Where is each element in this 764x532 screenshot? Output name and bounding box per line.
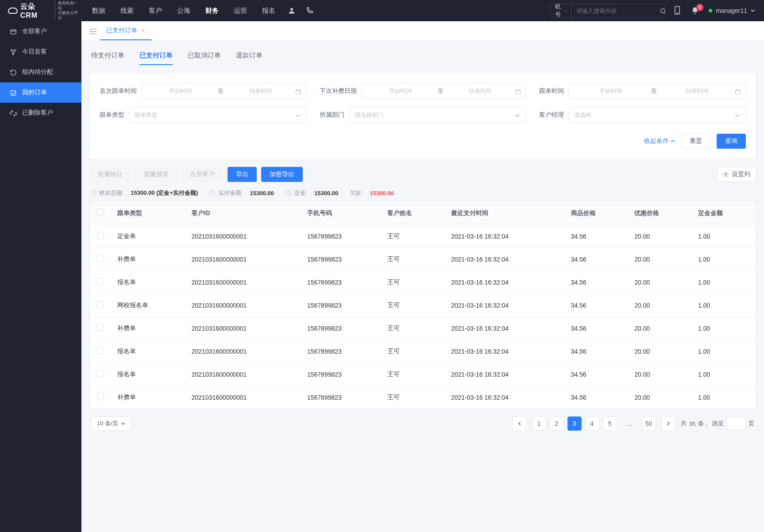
table-row[interactable]: 报名单20210316000000011567899823王可2021-03-1… xyxy=(90,271,756,294)
topnav-item[interactable]: 客户 xyxy=(147,1,164,21)
row-checkbox[interactable] xyxy=(97,255,104,262)
next-page-button[interactable] xyxy=(661,416,675,431)
user-menu[interactable]: manager11 xyxy=(709,7,755,14)
select-input[interactable]: 跟单类型 xyxy=(129,107,306,123)
last-page-button[interactable]: 50 xyxy=(642,416,656,431)
topnav-item[interactable]: 数据 xyxy=(90,1,107,21)
table-row[interactable]: 定金单20210316000000011567899823王可2021-03-1… xyxy=(90,225,756,248)
calendar-icon xyxy=(515,88,521,95)
row-checkbox[interactable] xyxy=(97,232,104,239)
table-row[interactable]: 补费单20210316000000011567899823王可2021-03-1… xyxy=(90,386,756,409)
row-checkbox[interactable] xyxy=(97,370,104,377)
page-tab[interactable]: 已支付订单✕ xyxy=(100,22,151,40)
query-button[interactable]: 查询 xyxy=(717,134,746,149)
row-checkbox[interactable] xyxy=(97,347,104,354)
logo[interactable]: 云朵CRM 教育机构一站 式服务云平台 xyxy=(0,1,81,20)
row-checkbox[interactable] xyxy=(97,393,104,400)
sidebar-item[interactable]: 全部客户 xyxy=(0,21,81,42)
sub-tab[interactable]: 退款订单 xyxy=(236,51,262,65)
row-checkbox[interactable] xyxy=(97,278,104,285)
cell-deposit: 1.00 xyxy=(692,317,756,340)
encrypt-export-button[interactable]: 加密导出 xyxy=(261,167,303,182)
summary-label: 欠款: xyxy=(350,189,363,197)
row-checkbox[interactable] xyxy=(97,324,104,331)
sub-tab[interactable]: 已取消订单 xyxy=(188,51,221,65)
merge-customer-button[interactable]: 合并客户 xyxy=(181,167,223,182)
sub-tab[interactable]: 待支付订单 xyxy=(91,51,124,65)
reset-button[interactable]: 重置 xyxy=(681,134,710,149)
topnav-item[interactable]: 线索 xyxy=(119,1,135,21)
chevron-left-icon xyxy=(517,421,522,426)
topnav-item[interactable]: 运营 xyxy=(232,1,249,21)
table-row[interactable]: 补费单20210316000000011567899823王可2021-03-1… xyxy=(90,248,756,271)
sidebar-item[interactable]: 已删除客户 xyxy=(0,103,81,123)
page-number-button[interactable]: 3 xyxy=(567,416,582,431)
cell-name: 王可 xyxy=(381,363,445,386)
top-icons xyxy=(288,7,313,15)
cell-price: 34.56 xyxy=(565,248,629,271)
search-input[interactable] xyxy=(572,8,655,14)
table-row[interactable]: 报名单20210316000000011567899823王可2021-03-1… xyxy=(90,340,756,363)
cell-phone: 1567899823 xyxy=(301,386,381,409)
filter-label: 所属部门 xyxy=(320,111,344,119)
sidebar-icon xyxy=(10,68,17,76)
search-icon[interactable] xyxy=(655,7,665,14)
select-input[interactable]: 请选择 xyxy=(568,107,746,123)
collapse-filters-link[interactable]: 收起条件 xyxy=(644,137,675,145)
date-range-input[interactable]: 开始时间至结束时间 xyxy=(568,83,746,99)
help-icon[interactable]: ? xyxy=(286,190,292,196)
top-nav: 数据线索客户公海财务运营报名 xyxy=(90,1,277,21)
column-settings-button[interactable]: 设置列 xyxy=(717,167,756,182)
batch-abandon-button[interactable]: 批量放弃 xyxy=(135,167,177,182)
content: 待支付订单已支付订单已取消订单退款订单 首次跟单时间开始时间至结束时间下次补费日… xyxy=(81,41,764,443)
table-row[interactable]: 补费单20210316000000011567899823王可2021-03-1… xyxy=(90,317,756,340)
page-jump-input[interactable] xyxy=(726,417,746,430)
cell-deposit: 1.00 xyxy=(692,248,756,271)
cell-price: 34.56 xyxy=(565,386,629,409)
sidebar-item[interactable]: 我的订单 xyxy=(0,82,81,103)
device-icon[interactable] xyxy=(673,6,681,15)
cell-phone: 1567899823 xyxy=(301,294,381,317)
help-icon[interactable]: ? xyxy=(90,190,96,196)
sidebar-item-label: 全部客户 xyxy=(22,27,47,35)
cell-paid-at: 2021-03-16 16:32:04 xyxy=(445,271,565,294)
close-icon[interactable]: ✕ xyxy=(141,27,145,34)
date-range-input[interactable]: 开始时间至结束时间 xyxy=(361,83,526,99)
select-all-checkbox[interactable] xyxy=(97,209,104,216)
page-number-button[interactable]: 2 xyxy=(550,416,564,431)
page-size-select[interactable]: 10 条/页 xyxy=(91,416,131,431)
row-checkbox[interactable] xyxy=(97,301,104,308)
search-category-select[interactable]: 手机号码 xyxy=(551,4,572,18)
topnav-item[interactable]: 报名 xyxy=(260,1,277,21)
sub-tab[interactable]: 已支付订单 xyxy=(139,51,173,65)
table-row[interactable]: 网校报名单20210316000000011567899823王可2021-03… xyxy=(90,294,756,317)
bell-icon[interactable]: 5 xyxy=(691,7,699,15)
sidebar-item[interactable]: 今日首客 xyxy=(0,42,81,62)
phone-icon[interactable] xyxy=(305,7,313,15)
select-input[interactable]: 请选择部门 xyxy=(349,107,526,123)
filter-panel: 首次跟单时间开始时间至结束时间下次补费日期开始时间至结束时间跟单时间开始时间至结… xyxy=(89,73,756,159)
table-header: 定金金额 xyxy=(692,202,756,225)
prev-page-button[interactable] xyxy=(513,416,527,431)
summary-bar: ?收款总额: 15300.00 (定金+实付金额) ?实付金额: 15300.0… xyxy=(89,187,756,201)
sidebar-item[interactable]: 组内待分配 xyxy=(0,62,81,82)
date-range-input[interactable]: 开始时间至结束时间 xyxy=(141,83,306,99)
table-row[interactable]: 报名单20210316000000011567899823王可2021-03-1… xyxy=(90,363,756,386)
help-icon[interactable]: ? xyxy=(209,190,216,196)
chevron-down-icon xyxy=(295,112,301,119)
page-number-button[interactable]: 1 xyxy=(532,416,546,431)
batch-transfer-button[interactable]: 批量转让 xyxy=(89,167,131,182)
topnav-item[interactable]: 财务 xyxy=(204,1,220,21)
page-number-button[interactable]: 4 xyxy=(585,416,599,431)
cell-phone: 1567899823 xyxy=(301,225,381,248)
cell-name: 王可 xyxy=(381,340,445,363)
user-icon[interactable] xyxy=(288,7,296,15)
page-number-button[interactable]: 5 xyxy=(603,416,617,431)
menu-collapse-icon[interactable] xyxy=(86,24,100,37)
table-header: 客户ID xyxy=(185,202,301,225)
filter-label: 跟单类型 xyxy=(100,111,124,119)
topnav-item[interactable]: 公海 xyxy=(175,1,192,21)
orders-table: 跟单类型客户ID手机号码客户姓名最近支付时间商品价格优惠价格定金金额 定金单20… xyxy=(89,201,756,409)
table-header: 商品价格 xyxy=(565,202,629,225)
export-button[interactable]: 导出 xyxy=(228,167,257,182)
